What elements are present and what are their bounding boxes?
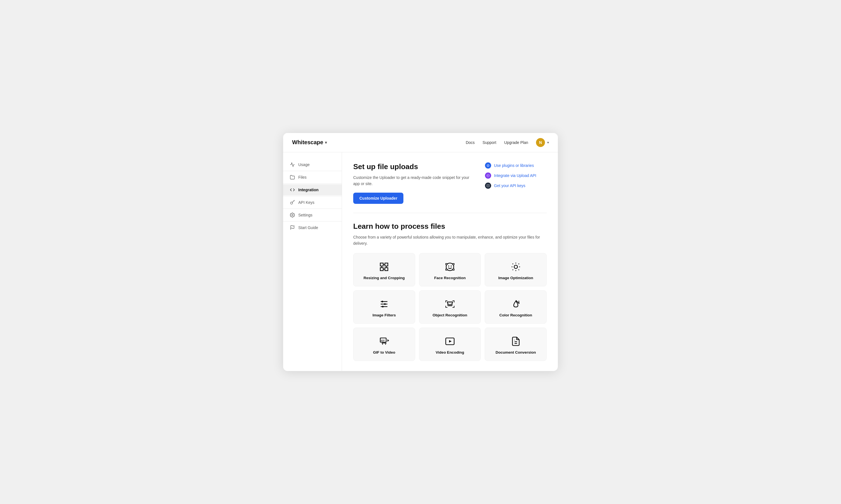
gear-icon bbox=[290, 213, 295, 218]
link-apikeys[interactable]: Get your API keys bbox=[485, 183, 547, 189]
card-face-recognition[interactable]: Face Recognition bbox=[419, 253, 481, 286]
svg-point-21 bbox=[514, 265, 517, 269]
upload-links: Use plugins or libraries Integrate via U… bbox=[485, 162, 547, 189]
card-label-color-recognition: Color Recognition bbox=[499, 313, 532, 317]
card-color-recognition[interactable]: Color Recognition bbox=[485, 290, 547, 324]
brand-name: Whitescape bbox=[292, 139, 323, 146]
brand-chevron[interactable]: ▾ bbox=[325, 140, 327, 145]
svg-point-18 bbox=[446, 263, 453, 271]
apikeys-label: Get your API keys bbox=[494, 183, 525, 188]
user-menu-chevron[interactable]: ▾ bbox=[547, 141, 549, 144]
card-resize-crop[interactable]: Resizing and Cropping bbox=[353, 253, 415, 286]
face-icon bbox=[444, 261, 456, 272]
sidebar-label-settings: Settings bbox=[298, 213, 313, 217]
svg-point-35 bbox=[382, 306, 384, 307]
process-title: Learn how to process files bbox=[353, 222, 547, 231]
sidebar-label-usage: Usage bbox=[298, 162, 309, 167]
body-layout: Usage Files bbox=[283, 152, 558, 371]
card-image-optimization[interactable]: Image Optimization bbox=[485, 253, 547, 286]
svg-point-34 bbox=[384, 303, 386, 305]
card-label-resize-crop: Resizing and Cropping bbox=[364, 276, 405, 280]
svg-point-33 bbox=[381, 301, 383, 302]
video-icon bbox=[444, 336, 456, 347]
app-window: Whitescape ▾ Docs Support Upgrade Plan N… bbox=[283, 133, 558, 371]
sidebar-item-integration[interactable]: Integration bbox=[283, 184, 342, 195]
api-icon bbox=[485, 173, 491, 179]
activity-icon bbox=[290, 162, 295, 167]
optimize-icon bbox=[510, 261, 521, 272]
card-label-gif-video: GIF to Video bbox=[373, 350, 395, 355]
cards-grid: Resizing and Cropping bbox=[353, 253, 547, 361]
svg-rect-10 bbox=[380, 263, 383, 266]
svg-line-25 bbox=[518, 270, 519, 270]
gif-icon: GIF bbox=[378, 336, 390, 347]
sidebar-label-integration: Integration bbox=[298, 187, 319, 192]
nav-docs[interactable]: Docs bbox=[466, 140, 475, 145]
api-label: Integrate via Upload API bbox=[494, 173, 536, 178]
navbar: Whitescape ▾ Docs Support Upgrade Plan N… bbox=[283, 133, 558, 152]
navbar-user: N ▾ bbox=[536, 138, 549, 147]
card-label-face-recognition: Face Recognition bbox=[434, 276, 466, 280]
link-api[interactable]: Integrate via Upload API bbox=[485, 173, 547, 179]
plugins-label: Use plugins or libraries bbox=[494, 163, 534, 168]
flag-icon bbox=[290, 225, 295, 230]
nav-support[interactable]: Support bbox=[482, 140, 496, 145]
card-video-encoding[interactable]: Video Encoding bbox=[419, 328, 481, 361]
link-plugins[interactable]: Use plugins or libraries bbox=[485, 162, 547, 168]
card-label-video-encoding: Video Encoding bbox=[436, 350, 464, 355]
upload-description: Customize the Uploader to get a ready-ma… bbox=[353, 175, 474, 187]
svg-point-0 bbox=[290, 202, 293, 204]
sidebar-label-files: Files bbox=[298, 175, 307, 179]
sidebar-label-api-keys: API Keys bbox=[298, 200, 314, 205]
svg-line-29 bbox=[518, 264, 519, 264]
card-label-image-optimization: Image Optimization bbox=[498, 276, 533, 280]
plugins-icon bbox=[485, 162, 491, 168]
card-image-filters[interactable]: Image Filters bbox=[353, 290, 415, 324]
svg-rect-11 bbox=[385, 263, 388, 266]
avatar[interactable]: N bbox=[536, 138, 545, 147]
card-doc-conversion[interactable]: Document Conversion bbox=[485, 328, 547, 361]
navbar-links: Docs Support Upgrade Plan N ▾ bbox=[466, 138, 549, 147]
color-icon bbox=[510, 299, 521, 310]
card-label-object-recognition: Object Recognition bbox=[432, 313, 467, 317]
svg-line-2 bbox=[294, 201, 294, 201]
svg-line-24 bbox=[512, 264, 513, 264]
upload-title: Set up file uploads bbox=[353, 162, 474, 171]
svg-marker-39 bbox=[388, 339, 389, 342]
key-icon bbox=[290, 200, 295, 205]
nav-upgrade[interactable]: Upgrade Plan bbox=[504, 140, 528, 145]
object-icon bbox=[444, 299, 456, 310]
card-gif-video[interactable]: GIF GIF to Video bbox=[353, 328, 415, 361]
filters-icon bbox=[378, 299, 390, 310]
main-content: Set up file uploads Customize the Upload… bbox=[342, 152, 558, 371]
sidebar-item-start-guide[interactable]: Start Guide bbox=[283, 222, 342, 233]
svg-line-28 bbox=[512, 270, 513, 270]
resize-icon bbox=[378, 261, 390, 272]
brand-logo[interactable]: Whitescape ▾ bbox=[292, 139, 327, 146]
svg-rect-12 bbox=[385, 268, 388, 271]
svg-point-3 bbox=[292, 214, 293, 216]
card-label-doc-conversion: Document Conversion bbox=[496, 350, 536, 355]
sidebar-label-start-guide: Start Guide bbox=[298, 226, 318, 230]
folder-icon bbox=[290, 175, 295, 180]
svg-rect-13 bbox=[380, 268, 383, 271]
sidebar-item-files[interactable]: Files bbox=[283, 172, 342, 183]
upload-left: Set up file uploads Customize the Upload… bbox=[353, 162, 474, 204]
process-description: Choose from a variety of powerful soluti… bbox=[353, 234, 547, 247]
svg-marker-41 bbox=[449, 340, 452, 343]
sidebar: Usage Files bbox=[283, 152, 342, 371]
svg-text:GIF: GIF bbox=[381, 339, 385, 342]
sidebar-item-usage[interactable]: Usage bbox=[283, 159, 342, 170]
code-icon bbox=[290, 187, 295, 192]
customize-uploader-button[interactable]: Customize Uploader bbox=[353, 193, 404, 204]
card-object-recognition[interactable]: Object Recognition bbox=[419, 290, 481, 324]
apikeys-icon bbox=[485, 183, 491, 189]
doc-icon bbox=[510, 336, 521, 347]
upload-section: Set up file uploads Customize the Upload… bbox=[353, 162, 547, 213]
card-label-image-filters: Image Filters bbox=[373, 313, 396, 317]
process-section: Learn how to process files Choose from a… bbox=[353, 222, 547, 361]
sidebar-item-api-keys[interactable]: API Keys bbox=[283, 197, 342, 208]
sidebar-item-settings[interactable]: Settings bbox=[283, 210, 342, 221]
